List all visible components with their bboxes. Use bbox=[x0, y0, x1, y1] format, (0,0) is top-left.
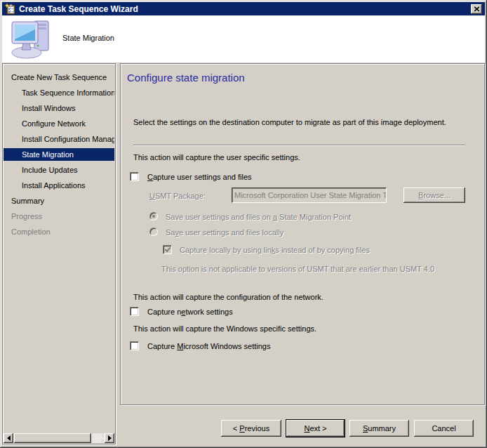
save-locally-label: Save user settings and files locally bbox=[166, 228, 283, 237]
sidebar-item-configure-network[interactable]: Configure Network bbox=[4, 117, 114, 130]
save-locally-radio bbox=[149, 228, 158, 236]
wizard-content-panel: Configure state migration Select the set… bbox=[120, 63, 485, 405]
title-bar: Create Task Sequence Wizard bbox=[2, 2, 485, 15]
sidebar-item-install-configuration-manager[interactable]: Install Configuration Manag bbox=[4, 133, 114, 145]
task-sequence-wizard-icon bbox=[5, 4, 16, 15]
usmt-package-label: USMT Package: bbox=[149, 192, 206, 200]
user-settings-section-text: This action will capture the user specif… bbox=[133, 153, 300, 162]
close-icon bbox=[474, 6, 480, 12]
wizard-step-title: State Migration bbox=[62, 34, 114, 42]
capture-network-checkbox[interactable] bbox=[130, 307, 139, 316]
wizard-nav-sidebar: Create New Task Sequence Task Sequence I… bbox=[2, 63, 116, 444]
intro-text: Select the settings on the destination c… bbox=[133, 118, 446, 126]
sidebar-item-completion: Completion bbox=[4, 225, 114, 238]
capture-windows-checkbox[interactable] bbox=[130, 341, 139, 350]
capture-windows-label[interactable]: Capture Microsoft Windows settings bbox=[147, 342, 270, 350]
arrow-right-icon bbox=[108, 435, 112, 441]
arrow-left-icon bbox=[7, 435, 11, 441]
close-button[interactable] bbox=[471, 4, 482, 14]
save-to-smp-label: Save user settings and files on a State … bbox=[166, 213, 351, 221]
sidebar-item-state-migration[interactable]: State Migration bbox=[4, 148, 114, 161]
next-button[interactable]: Next > bbox=[286, 420, 345, 437]
browse-button: Browse... bbox=[403, 187, 465, 203]
capture-user-settings-label[interactable]: Capture user settings and files bbox=[147, 173, 252, 181]
computer-icon bbox=[9, 19, 55, 62]
wizard-window: Create Task Sequence Wizard State Migrat… bbox=[0, 0, 487, 448]
sidebar-item-install-windows[interactable]: Install Windows bbox=[4, 102, 114, 114]
summary-button[interactable]: Summary bbox=[349, 420, 409, 437]
cancel-button[interactable]: Cancel bbox=[414, 420, 474, 437]
sidebar-item-summary[interactable]: Summary bbox=[4, 195, 114, 207]
usmt-version-note: This option is not applicable to version… bbox=[161, 265, 434, 273]
capture-user-settings-checkbox[interactable] bbox=[130, 172, 139, 181]
capture-links-label: Capture locally by using links instead o… bbox=[180, 246, 370, 254]
window-title: Create Task Sequence Wizard bbox=[19, 4, 471, 14]
usmt-package-field: Microsoft Corporation User State Migrati… bbox=[232, 187, 387, 203]
sidebar-item-create-new-task-sequence[interactable]: Create New Task Sequence bbox=[4, 71, 114, 84]
capture-network-label[interactable]: Capture network settings bbox=[147, 308, 233, 316]
network-section-text: This action will capture the configurati… bbox=[133, 293, 323, 301]
windows-section-text: This action will capture the Windows spe… bbox=[133, 324, 316, 333]
sidebar-item-include-updates[interactable]: Include Updates bbox=[4, 164, 114, 176]
page-title: Configure state migration bbox=[127, 72, 245, 84]
capture-links-checkbox bbox=[163, 245, 172, 254]
scroll-right-button[interactable] bbox=[105, 433, 114, 443]
scrollbar-thumb[interactable] bbox=[14, 433, 91, 443]
wizard-header: State Migration bbox=[2, 15, 485, 62]
sidebar-item-progress: Progress bbox=[4, 210, 114, 223]
section-divider bbox=[133, 145, 465, 146]
scroll-left-button[interactable] bbox=[4, 433, 13, 443]
sidebar-item-install-applications[interactable]: Install Applications bbox=[4, 179, 114, 192]
save-to-smp-radio bbox=[149, 212, 158, 220]
previous-button[interactable]: < Previous bbox=[221, 420, 281, 437]
sidebar-item-task-sequence-information[interactable]: Task Sequence Information bbox=[4, 86, 114, 99]
sidebar-horizontal-scrollbar[interactable] bbox=[4, 433, 114, 443]
